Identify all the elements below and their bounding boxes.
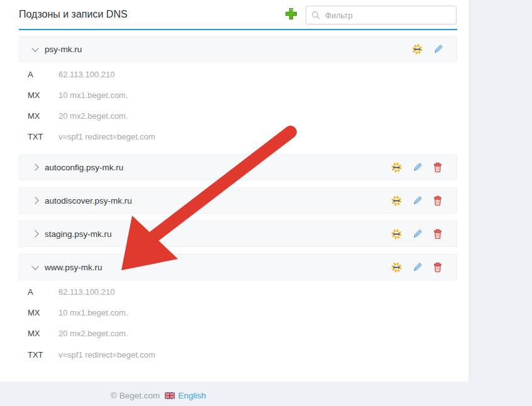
language-label: English [178, 391, 206, 400]
gear-icon[interactable] [391, 229, 402, 239]
copyright-text: © Beget.com [111, 391, 160, 400]
pencil-icon[interactable] [412, 195, 423, 206]
gear-icon[interactable] [412, 44, 423, 55]
record-value: v=spf1 redirect=beget.com [58, 132, 155, 141]
record-value: 10 mx1.beget.com. [58, 91, 128, 100]
zone-name: autodiscover.psy-mk.ru [45, 196, 132, 206]
record-type: A [28, 70, 58, 79]
zone-row-autoconfig[interactable]: autoconfig.psy-mk.ru [19, 154, 457, 180]
record-type: TXT [28, 132, 58, 141]
footer-content: © Beget.com English [111, 391, 206, 400]
dns-record-row: TXT v=spf1 redirect=beget.com [28, 348, 155, 361]
language-link[interactable]: English [165, 391, 206, 400]
record-value: 62.113.100.210 [58, 70, 114, 79]
dns-record-row: A 62.113.100.210 [28, 68, 114, 80]
plus-icon [285, 8, 297, 20]
footer [0, 381, 532, 406]
chevron-right-icon [31, 230, 38, 237]
dns-record-row: MX 20 mx2.beget.com. [28, 327, 128, 339]
dns-record-row: MX 10 mx1.beget.com. [28, 306, 128, 319]
trash-icon[interactable] [433, 195, 443, 206]
pencil-icon[interactable] [433, 44, 443, 55]
search-icon [311, 11, 320, 19]
record-value: 20 mx2.beget.com. [58, 111, 128, 121]
zone-name: autoconfig.psy-mk.ru [45, 163, 123, 172]
trash-icon[interactable] [433, 262, 443, 273]
filter-input[interactable] [324, 10, 451, 21]
chevron-right-icon [31, 163, 38, 170]
record-value: 10 mx1.beget.com. [58, 308, 128, 317]
zone-name: staging.psy-mk.ru [45, 229, 112, 239]
dns-record-row: TXT v=spf1 redirect=beget.com [28, 130, 155, 143]
record-type: MX [28, 329, 58, 338]
right-margin-panel [468, 0, 532, 381]
pencil-icon[interactable] [412, 262, 423, 273]
pencil-icon[interactable] [412, 162, 423, 173]
chevron-right-icon [31, 197, 38, 204]
gear-icon[interactable] [391, 195, 402, 206]
chevron-down-icon [31, 45, 38, 52]
zone-row-www[interactable]: www.psy-mk.ru [19, 254, 457, 280]
zone-row-staging[interactable]: staging.psy-mk.ru [19, 221, 457, 247]
zone-name: www.psy-mk.ru [45, 263, 103, 272]
record-value: 20 mx2.beget.com. [58, 329, 128, 338]
dns-record-row: MX 10 mx1.beget.com. [28, 89, 128, 101]
chevron-down-icon [31, 263, 38, 270]
trash-icon[interactable] [433, 162, 443, 173]
record-value: v=spf1 redirect=beget.com [58, 350, 155, 359]
add-record-button[interactable] [285, 8, 297, 20]
gear-icon[interactable] [391, 162, 402, 173]
zone-row-autodiscover[interactable]: autodiscover.psy-mk.ru [19, 187, 457, 214]
trash-icon[interactable] [433, 229, 443, 239]
dns-record-row: A 62.113.100.210 [28, 285, 114, 298]
zone-name: psy-mk.ru [45, 45, 82, 54]
gear-icon[interactable] [391, 262, 402, 273]
record-type: MX [28, 308, 58, 317]
record-type: MX [28, 91, 58, 100]
page-title: Подзоны и записи DNS [19, 9, 128, 20]
record-type: MX [28, 111, 58, 121]
dns-record-row: MX 20 mx2.beget.com. [28, 109, 128, 122]
record-type: A [28, 287, 58, 297]
record-value: 62.113.100.210 [58, 287, 114, 297]
record-type: TXT [28, 350, 58, 359]
uk-flag-icon [165, 392, 175, 399]
zone-row-psy-mk-ru[interactable]: psy-mk.ru [19, 36, 457, 62]
filter-box[interactable] [306, 6, 457, 25]
pencil-icon[interactable] [412, 229, 423, 239]
header-divider [19, 29, 457, 30]
